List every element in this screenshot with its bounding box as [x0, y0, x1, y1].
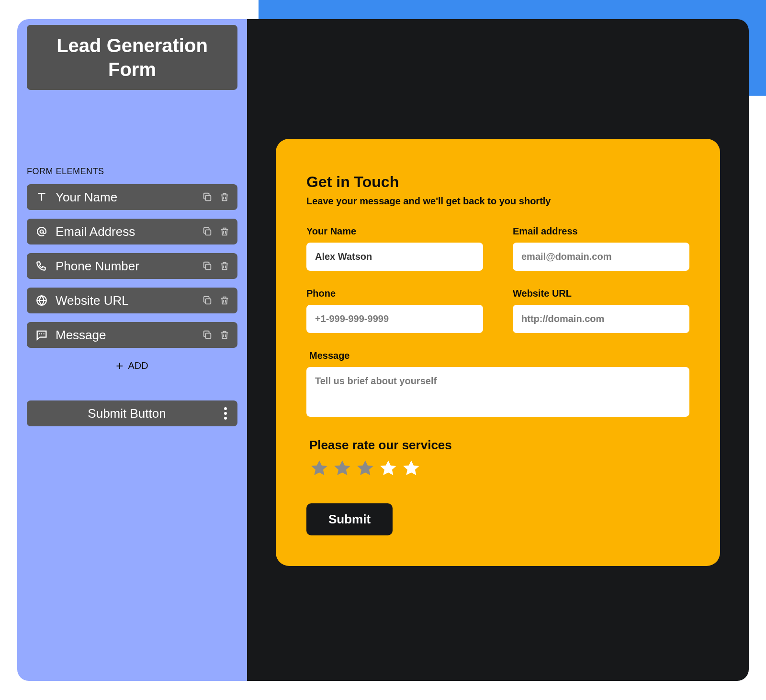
svg-rect-3: [205, 264, 211, 269]
sidebar: Lead Generation Form FORM ELEMENTS Your …: [17, 19, 247, 681]
duplicate-icon[interactable]: [201, 191, 214, 203]
phone-icon: [34, 260, 50, 272]
website-input[interactable]: [513, 305, 689, 333]
delete-icon[interactable]: [218, 329, 231, 341]
at-icon: [34, 225, 50, 238]
field-name: Your Name: [306, 226, 483, 271]
element-label: Email Address: [50, 224, 201, 239]
svg-rect-5: [205, 299, 211, 304]
element-row-submit-button[interactable]: Submit Button: [27, 400, 237, 426]
field-phone: Phone: [306, 288, 483, 333]
element-row-name[interactable]: Your Name: [27, 184, 237, 210]
form-card: Get in Touch Leave your message and we'l…: [276, 139, 720, 566]
email-input[interactable]: [513, 243, 689, 271]
field-label-name: Your Name: [306, 226, 483, 237]
svg-rect-0: [205, 195, 211, 200]
duplicate-icon[interactable]: [201, 225, 214, 238]
star-icon[interactable]: [332, 458, 352, 480]
delete-icon[interactable]: [218, 294, 231, 307]
element-label: Message: [50, 328, 201, 343]
svg-rect-2: [205, 230, 211, 235]
message-icon: [34, 328, 50, 342]
plus-icon: +: [116, 359, 123, 372]
element-row-message[interactable]: Message: [27, 322, 237, 348]
more-options-icon[interactable]: [220, 407, 231, 420]
builder-card: Lead Generation Form FORM ELEMENTS Your …: [17, 19, 749, 681]
form-title: Get in Touch: [306, 173, 689, 191]
delete-icon[interactable]: [218, 191, 231, 203]
field-label-email: Email address: [513, 226, 689, 237]
star-icon[interactable]: [401, 458, 421, 480]
star-icon[interactable]: [378, 458, 398, 480]
form-subtitle: Leave your message and we'll get back to…: [306, 196, 689, 207]
rating-stars: [309, 458, 689, 480]
field-label-phone: Phone: [306, 288, 483, 299]
duplicate-icon[interactable]: [201, 294, 214, 307]
phone-input[interactable]: [306, 305, 483, 333]
rating-block: Please rate our services: [306, 438, 689, 480]
element-row-email[interactable]: Email Address: [27, 219, 237, 244]
form-elements-heading: FORM ELEMENTS: [27, 167, 237, 177]
field-email: Email address: [513, 226, 689, 271]
delete-icon[interactable]: [218, 225, 231, 238]
element-row-phone[interactable]: Phone Number: [27, 253, 237, 279]
duplicate-icon[interactable]: [201, 329, 214, 341]
element-label: Your Name: [50, 190, 201, 205]
field-message: Message: [306, 350, 689, 419]
field-label-website: Website URL: [513, 288, 689, 299]
delete-icon[interactable]: [218, 260, 231, 272]
element-label: Website URL: [50, 293, 201, 308]
add-element-button[interactable]: + ADD: [27, 359, 237, 372]
star-icon[interactable]: [355, 458, 375, 480]
submit-button[interactable]: Submit: [306, 503, 393, 535]
globe-icon: [34, 294, 50, 307]
element-row-website[interactable]: Website URL: [27, 288, 237, 313]
message-input[interactable]: [306, 367, 689, 417]
field-website: Website URL: [513, 288, 689, 333]
sidebar-title: Lead Generation Form: [27, 25, 237, 90]
svg-rect-6: [205, 333, 211, 338]
add-label: ADD: [128, 360, 148, 371]
text-icon: [34, 191, 50, 203]
element-label: Phone Number: [50, 259, 201, 274]
duplicate-icon[interactable]: [201, 260, 214, 272]
form-preview-canvas: Get in Touch Leave your message and we'l…: [247, 19, 749, 681]
rating-label: Please rate our services: [309, 438, 689, 453]
element-label: Submit Button: [34, 406, 220, 421]
name-input[interactable]: [306, 243, 483, 271]
star-icon[interactable]: [309, 458, 329, 480]
field-label-message: Message: [306, 350, 689, 361]
